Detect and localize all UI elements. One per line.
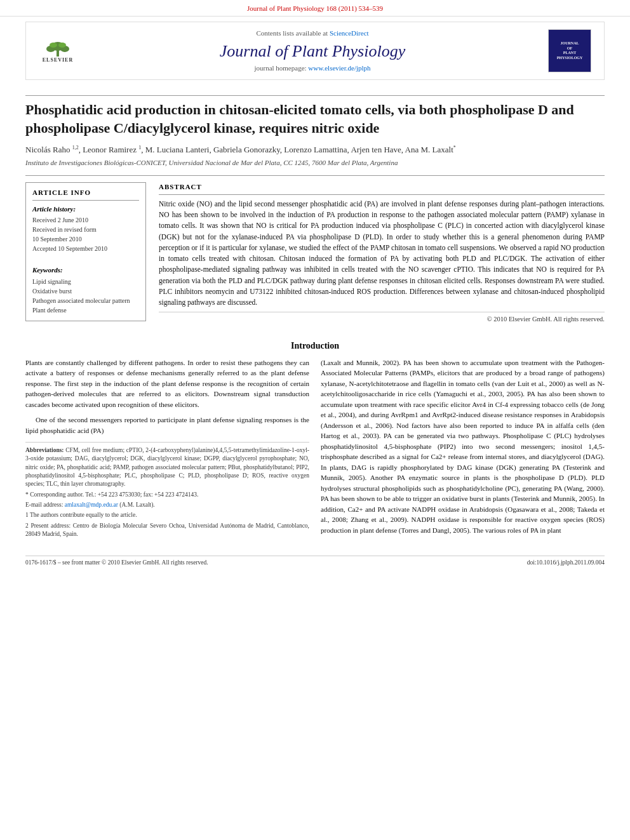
article-history-label: Article history: — [32, 204, 139, 214]
keyword-1: Lipid signaling — [32, 277, 139, 286]
footnotes: Abbreviations: CFM, cell free medium; cP… — [25, 442, 309, 538]
journal-reference-bar: Journal of Plant Physiology 168 (2011) 5… — [0, 0, 630, 17]
journal-logo-right: JOURNAL OF PLANT PHYSIOLOGY — [548, 29, 591, 72]
bottom-bar: 0176-1617/$ – see front matter © 2010 El… — [25, 556, 605, 567]
issn-line: 0176-1617/$ – see front matter © 2010 El… — [25, 559, 208, 567]
doi-line: doi:10.1016/j.jplph.2011.09.004 — [527, 559, 605, 567]
accepted-date: Accepted 10 September 2010 — [32, 244, 139, 253]
journal-ref-text: Journal of Plant Physiology 168 (2011) 5… — [247, 4, 383, 12]
sciencedirect-link[interactable]: ScienceDirect — [330, 29, 369, 37]
elsevier-logo: ELSEVIER — [39, 38, 77, 63]
homepage-url[interactable]: www.elsevier.de/jplph — [308, 64, 370, 72]
footnote-2: 2 Present address: Centro de Biología Mo… — [25, 522, 309, 539]
introduction-body: Plants are constantly challenged by diff… — [25, 357, 605, 541]
elsevier-wordmark: ELSEVIER — [43, 57, 73, 63]
affiliation: Instituto de Investigaciones Biológicas-… — [25, 158, 605, 168]
intro-right-para-1: (Laxalt and Munnik, 2002). PA has been s… — [321, 357, 605, 536]
article-info-column: ARTICLE INFO Article history: Received 2… — [25, 182, 146, 330]
keyword-3: Pathogen associated molecular pattern — [32, 297, 139, 305]
abstract-section: ABSTRACT Nitric oxide (NO) and the lipid… — [159, 182, 605, 324]
abstract-text: Nitric oxide (NO) and the lipid second m… — [159, 199, 605, 309]
email-person: (A.M. Laxalt). — [119, 502, 154, 508]
top-divider — [25, 95, 605, 96]
article-authors: Nicolás Raho 1,2, Leonor Ramirez 1, M. L… — [25, 144, 605, 156]
corresponding-author-line: * Corresponding author. Tel.: +54 223 47… — [25, 491, 309, 499]
journal-header: ELSEVIER Contents lists available at Sci… — [25, 22, 605, 80]
intro-para-2: One of the second messengers reported to… — [25, 415, 309, 436]
elsevier-branding: ELSEVIER — [39, 38, 77, 63]
svg-point-4 — [50, 43, 57, 48]
abstract-header: ABSTRACT — [159, 182, 605, 194]
email-line: E-mail address: amlaxalt@mdp.edu.ar (A.M… — [25, 501, 309, 509]
intro-left-col: Plants are constantly challenged by diff… — [25, 357, 309, 541]
abbreviations-text: CFM, cell free medium; cPTIO, 2-(4-carbo… — [25, 447, 309, 487]
keywords-label: Keywords: — [32, 265, 139, 275]
email-link[interactable]: amlaxalt@mdp.edu.ar — [65, 502, 118, 508]
main-content: Phosphatidic acid production in chitosan… — [25, 80, 605, 550]
received-date: Received 2 June 2010 — [32, 216, 139, 225]
mid-divider — [25, 175, 605, 176]
abstract-column: ABSTRACT Nitric oxide (NO) and the lipid… — [159, 182, 605, 330]
article-title: Phosphatidic acid production in chitosan… — [25, 101, 605, 137]
journal-title: Journal of Plant Physiology — [77, 41, 548, 61]
abbreviations-label: Abbreviations: — [25, 447, 64, 453]
introduction-title: Introduction — [25, 340, 605, 352]
authors-text: Nicolás Raho 1,2, Leonor Ramirez 1, M. L… — [25, 145, 456, 154]
revised-date: 10 September 2010 — [32, 235, 139, 244]
article-info-abstract-section: ARTICLE INFO Article history: Received 2… — [25, 182, 605, 330]
keyword-4: Plant defense — [32, 306, 139, 315]
intro-para-1: Plants are constantly challenged by diff… — [25, 357, 309, 410]
introduction-section: Introduction Plants are constantly chall… — [25, 340, 605, 540]
svg-point-5 — [58, 43, 66, 48]
abbreviations-line: Abbreviations: CFM, cell free medium; cP… — [25, 446, 309, 488]
article-info-box: ARTICLE INFO Article history: Received 2… — [25, 182, 146, 321]
footnote-1: 1 The authors contribute equally to the … — [25, 511, 309, 519]
received-revised-label: Received in revised form — [32, 225, 139, 234]
article-info-header: ARTICLE INFO — [32, 188, 139, 200]
email-label: E-mail address: — [25, 502, 63, 508]
intro-right-col: (Laxalt and Munnik, 2002). PA has been s… — [321, 357, 605, 541]
copyright-line: © 2010 Elsevier GmbH. All rights reserve… — [159, 312, 605, 324]
sciencedirect-label: Contents lists available at ScienceDirec… — [77, 29, 548, 38]
keyword-2: Oxidative burst — [32, 287, 139, 296]
journal-homepage: journal homepage: www.elsevier.de/jplph — [77, 63, 548, 73]
journal-title-area: Contents lists available at ScienceDirec… — [77, 29, 548, 73]
